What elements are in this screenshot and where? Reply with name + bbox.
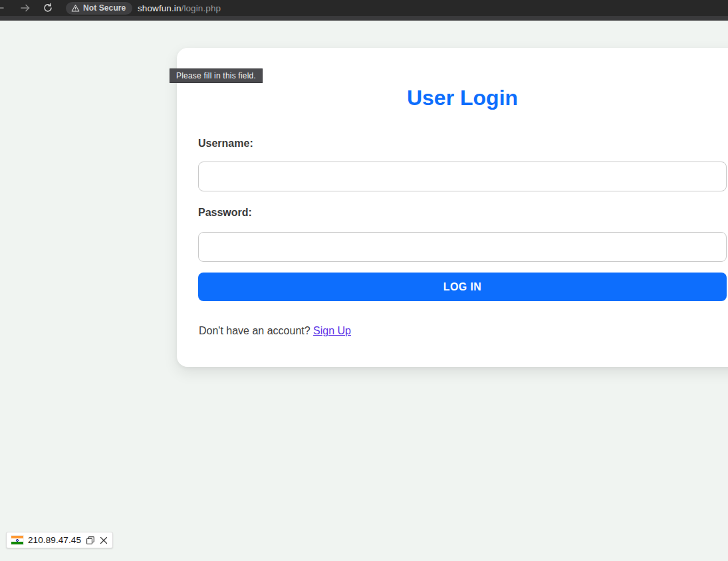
address-bar-url[interactable]: showfun.in/login.php [138,0,221,16]
validation-tooltip-text: Please fill in this field. [176,71,256,80]
security-chip[interactable]: Not Secure [66,2,132,15]
username-input[interactable] [198,162,727,191]
page-title: User Login [198,86,727,110]
ip-address: 210.89.47.45 [28,535,81,545]
close-icon[interactable] [100,536,108,544]
forward-arrow-icon[interactable] [20,3,31,13]
login-button[interactable]: LOG IN [198,273,727,301]
ip-overlay-badge: 210.89.47.45 [6,532,113,548]
login-card: User Login Username: Password: LOG IN Do… [177,48,728,367]
signup-link[interactable]: Sign Up [313,325,351,336]
url-host: showfun.in [138,3,182,13]
back-arrow-icon[interactable] [0,3,5,13]
password-label: Password: [198,207,252,219]
validation-tooltip: Please fill in this field. [170,68,263,83]
copy-icon[interactable] [86,536,95,545]
warning-triangle-icon [71,4,80,13]
signup-row: Don't have an account? Sign Up [199,325,351,337]
url-path: /login.php [182,3,221,13]
username-label: Username: [198,138,253,150]
security-chip-label: Not Secure [83,2,126,15]
toolbar-lower-strip [0,16,728,21]
signup-prompt: Don't have an account? [199,325,313,336]
reload-icon[interactable] [43,3,53,13]
page-viewport: User Login Username: Password: LOG IN Do… [0,21,728,561]
india-flag-icon [11,536,23,544]
password-input[interactable] [198,232,727,262]
browser-toolbar: Not Secure showfun.in/login.php [0,0,728,16]
